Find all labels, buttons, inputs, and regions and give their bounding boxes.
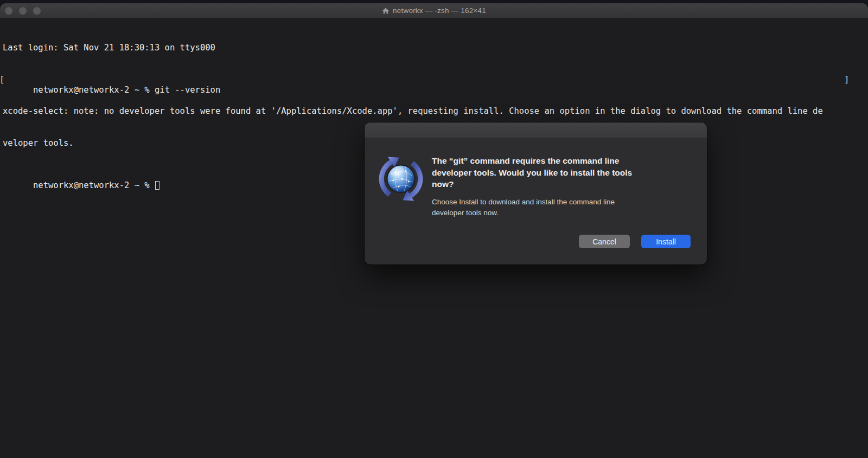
dialog-message-line: Choose Install to download and install t…	[432, 197, 692, 208]
dialog-buttons: Cancel Install	[579, 235, 691, 248]
window-title-text: networkx — -zsh — 162×41	[393, 7, 486, 15]
cancel-button[interactable]: Cancel	[579, 235, 630, 248]
developer-tools-install-dialog: The “git” command requires the command l…	[365, 122, 707, 265]
terminal-command-text: networkx@networkx-2 ~ % git --version	[33, 85, 220, 95]
zoom-button[interactable]	[33, 7, 41, 15]
dialog-titlebar[interactable]	[365, 122, 707, 138]
dialog-title: The “git” command requires the command l…	[432, 155, 692, 190]
dialog-message: Choose Install to download and install t…	[432, 197, 692, 218]
traffic-lights	[5, 3, 41, 18]
terminal-titlebar[interactable]: networkx — -zsh — 162×41	[0, 3, 868, 18]
close-button[interactable]	[5, 7, 12, 15]
home-icon[interactable]	[382, 7, 390, 15]
prompt-mark-open: [	[0, 75, 4, 86]
dialog-message-line: developer tools now.	[432, 208, 692, 218]
dialog-body: The “git” command requires the command l…	[365, 138, 707, 265]
install-button[interactable]: Install	[641, 235, 691, 248]
terminal-line-command: [networkx@networkx-2 ~ % git --version ]	[0, 75, 868, 86]
window-title: networkx — -zsh — 162×41	[382, 7, 486, 15]
terminal-prompt-text: networkx@networkx-2 ~ %	[33, 180, 155, 190]
terminal-line-last-login: Last login: Sat Nov 21 18:30:13 on ttys0…	[0, 43, 868, 54]
dialog-title-line: developer tools. Would you like to insta…	[432, 167, 692, 179]
software-update-icon	[376, 154, 425, 203]
dialog-title-line: now?	[432, 178, 692, 190]
prompt-mark-close: ]	[844, 75, 849, 86]
dialog-title-line: The “git” command requires the command l…	[432, 155, 692, 167]
terminal-line-xcode-select: xcode-select: note: no developer tools w…	[0, 106, 868, 117]
minimize-button[interactable]	[19, 7, 27, 15]
terminal-cursor	[155, 181, 159, 190]
